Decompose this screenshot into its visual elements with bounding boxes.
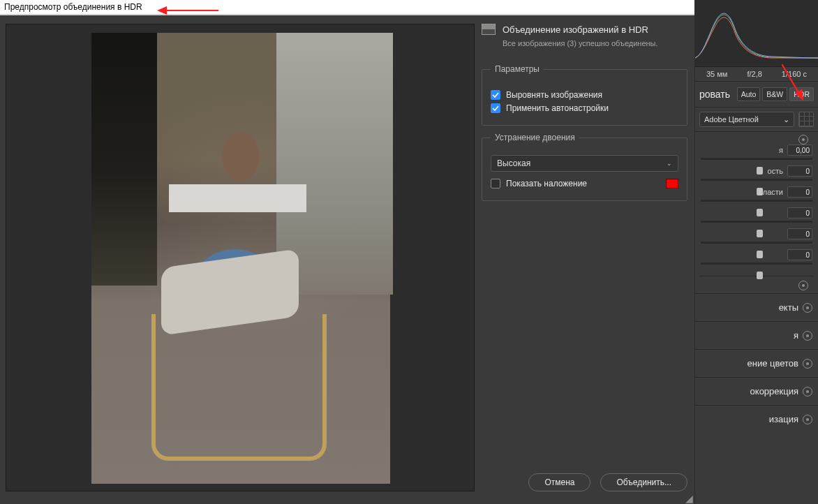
slider-row: 0: [699, 230, 814, 251]
basic-sliders: я 0,00 ость 0 бласти 0 0 0 0: [695, 132, 818, 293]
eye-icon[interactable]: [798, 281, 808, 290]
slider-value[interactable]: 0: [787, 186, 812, 198]
section-label: окоррекция: [750, 386, 798, 396]
merge-button[interactable]: Объединить...: [600, 473, 687, 491]
profile-select-value: Adobe Цветной: [704, 115, 759, 124]
section-label: изация: [769, 414, 798, 424]
svg-marker-1: [157, 6, 167, 15]
section-label: я: [794, 330, 798, 341]
slider-value[interactable]: 0: [787, 249, 812, 260]
hdr-merge-icon: [482, 24, 496, 35]
slider-value[interactable]: 0: [787, 165, 812, 177]
deghost-amount-value: Высокая: [497, 158, 530, 168]
dialog-buttons: Отмена Объединить...: [482, 473, 687, 491]
slider-label: я: [779, 146, 783, 154]
preview-area: [6, 24, 475, 491]
slider-track[interactable]: [701, 242, 812, 244]
slider-track[interactable]: [701, 221, 812, 223]
slider-label: бласти: [759, 188, 783, 196]
panel-section[interactable]: екты: [695, 293, 818, 321]
panel-section[interactable]: ение цветов: [695, 349, 818, 377]
deghost-group: Устранение двоения Высокая ⌄ Показать на…: [482, 133, 687, 201]
chevron-down-icon: ⌄: [783, 115, 789, 124]
histogram-curve-icon: [695, 3, 818, 59]
overlay-color-swatch[interactable]: [666, 179, 678, 188]
panel-section[interactable]: окоррекция: [695, 377, 818, 405]
dialog-side-panel: Объединение изображений в HDR Все изобра…: [482, 24, 687, 208]
slider-value[interactable]: 0: [787, 228, 812, 239]
show-overlay-label: Показать наложение: [506, 179, 587, 188]
dialog-subheading: Все изображения (3) успешно объединены.: [503, 39, 687, 47]
eye-icon[interactable]: [803, 359, 812, 369]
aperture-value: f/2,8: [747, 70, 761, 78]
profile-grid-icon[interactable]: [798, 112, 814, 127]
auto-settings-checkbox[interactable]: [491, 103, 500, 113]
profile-select[interactable]: Adobe Цветной ⌄: [699, 112, 794, 127]
section-label: ение цветов: [748, 358, 798, 369]
slider-track[interactable]: [701, 179, 812, 181]
panel-section[interactable]: изация: [695, 405, 818, 433]
parameters-group: Параметры Выровнять изображения Применит…: [482, 64, 687, 126]
show-overlay-checkbox[interactable]: [491, 179, 500, 188]
slider-track[interactable]: [701, 158, 812, 160]
slider-label: ость: [768, 167, 783, 175]
auto-button[interactable]: Auto: [737, 87, 761, 101]
eye-icon[interactable]: [803, 331, 812, 341]
align-images-checkbox[interactable]: [491, 90, 500, 100]
window-title: Предпросмотр объединения в HDR: [4, 2, 142, 12]
hdr-merge-preview-dialog: Объединение изображений в HDR Все изобра…: [0, 15, 694, 504]
slider-row: я 0,00: [699, 146, 814, 167]
preview-image: [91, 33, 390, 484]
slider-value[interactable]: 0,00: [787, 144, 812, 156]
edit-label-partial: ровать: [699, 89, 730, 100]
parameters-legend: Параметры: [491, 64, 544, 74]
deghost-amount-select[interactable]: Высокая ⌄: [491, 155, 678, 172]
check-icon: [492, 91, 499, 98]
auto-settings-label: Применить автонастройки: [506, 103, 609, 113]
focal-length-value: 35 мм: [706, 70, 727, 78]
chevron-down-icon: ⌄: [667, 160, 672, 167]
eye-icon[interactable]: [798, 135, 808, 144]
slider-row: 0: [699, 251, 814, 272]
window-titlebar: Предпросмотр объединения в HDR: [0, 0, 694, 15]
eye-icon[interactable]: [803, 387, 812, 396]
deghost-legend: Устранение двоения: [491, 133, 579, 142]
check-icon: [492, 105, 499, 112]
eye-icon[interactable]: [803, 415, 812, 424]
histogram: [695, 0, 818, 67]
slider-value[interactable]: 0: [787, 207, 812, 218]
resize-grip-icon[interactable]: ◢: [685, 493, 693, 504]
slider-row: бласти 0: [699, 188, 814, 209]
dialog-heading: Объединение изображений в HDR: [503, 24, 648, 35]
eye-icon[interactable]: [803, 303, 812, 313]
panel-section[interactable]: я: [695, 321, 818, 349]
align-images-label: Выровнять изображения: [506, 90, 602, 100]
cancel-button[interactable]: Отмена: [528, 473, 590, 491]
slider-track[interactable]: [701, 262, 812, 265]
slider-track[interactable]: [701, 200, 812, 202]
slider-row: 0: [699, 209, 814, 230]
section-label: екты: [779, 302, 798, 313]
annotation-arrow-icon: [157, 4, 220, 17]
profile-row: Adobe Цветной ⌄: [695, 108, 818, 132]
slider-row: ость 0: [699, 167, 814, 188]
